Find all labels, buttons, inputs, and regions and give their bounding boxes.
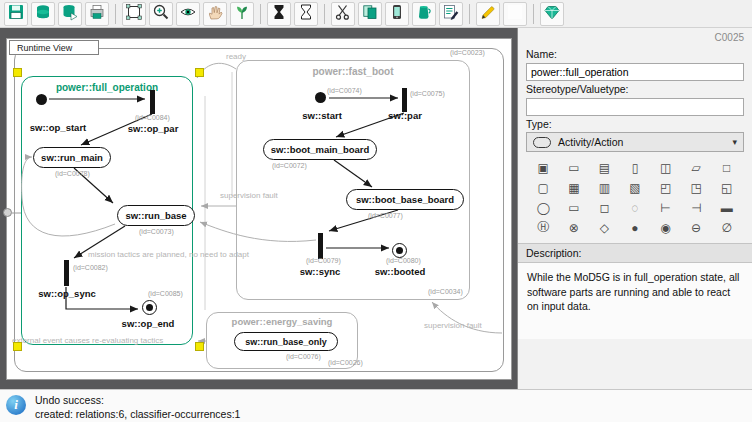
new-diagram-button[interactable] <box>122 2 146 26</box>
palette-item[interactable]: ▧ <box>622 179 649 196</box>
zoom-button[interactable] <box>149 2 173 26</box>
node-label-op-start[interactable]: sw::op_start <box>30 122 86 133</box>
palette-item[interactable]: ▤ <box>591 159 618 176</box>
runtime-view-tab-label: Runtime View <box>17 43 72 53</box>
node-label-par[interactable]: sw::par <box>388 110 422 121</box>
print-database-button[interactable] <box>85 2 109 26</box>
selection-handle-bottom-right[interactable] <box>195 342 204 351</box>
palette-item[interactable]: ∅ <box>713 219 740 236</box>
palette-item[interactable]: Ⓗ <box>530 219 557 236</box>
node-label-start[interactable]: sw::start <box>302 110 342 121</box>
node-label-op-end[interactable]: sw::op_end <box>122 318 175 329</box>
frame-port[interactable] <box>3 208 12 217</box>
node-label-op-par[interactable]: sw::op_par <box>128 123 179 134</box>
stereotype-input[interactable] <box>526 98 744 116</box>
palette-item[interactable]: ⊣ <box>683 199 710 216</box>
paste-button[interactable] <box>385 2 409 26</box>
state-energy-saving-id-label: (id=C0026) <box>328 359 363 366</box>
selection-handle-bottom-left[interactable] <box>13 342 22 351</box>
palette-item[interactable]: ◇ <box>591 219 618 236</box>
palette-item[interactable]: ◌ <box>622 199 649 216</box>
palette-item[interactable]: ▭ <box>561 199 588 216</box>
action-boot-base-board[interactable]: sw::boot_base_board <box>346 189 464 210</box>
print-database-icon <box>88 3 106 25</box>
description-label: Description: <box>518 243 752 263</box>
fill-button[interactable] <box>412 2 436 26</box>
grow-button[interactable] <box>230 2 254 26</box>
annotation-ready[interactable]: ready <box>226 52 246 61</box>
palette-item[interactable]: ▱ <box>683 159 710 176</box>
runtime-view-tab[interactable]: Runtime View <box>9 40 99 55</box>
join-node-sync[interactable] <box>318 233 323 259</box>
action-run-base-only[interactable]: sw::run_base_only <box>234 332 338 351</box>
selection-handle-top-right[interactable] <box>195 68 204 77</box>
node-id-booted: (id=C0080) <box>386 257 421 264</box>
fork-node-par[interactable] <box>402 88 407 112</box>
save-button[interactable] <box>4 2 28 26</box>
palette-item[interactable]: ⊢ <box>652 199 679 216</box>
element-code: C0025 <box>526 32 744 46</box>
annotation-external-event[interactable]: external event causes re-evaluating tact… <box>12 336 163 345</box>
pan-button[interactable] <box>203 2 227 26</box>
report-button[interactable] <box>439 2 463 26</box>
wait-outline-button[interactable] <box>294 2 318 26</box>
node-label-booted[interactable]: sw::booted <box>375 266 426 277</box>
palette-item[interactable]: ⊗ <box>561 219 588 236</box>
palette-item[interactable]: ▬ <box>713 199 740 216</box>
annotation-supervision-fault-bottom[interactable]: supervision fault <box>424 321 482 330</box>
type-dropdown[interactable]: Activity/Action ▾ <box>526 132 744 152</box>
cut-button[interactable] <box>331 2 355 26</box>
palette-item[interactable]: ▣ <box>530 159 557 176</box>
edit-button[interactable] <box>476 2 500 26</box>
join-node-op-sync[interactable] <box>64 260 69 286</box>
description-text[interactable]: While the MoD5G is in full_operation sta… <box>518 263 752 339</box>
database-export-button[interactable] <box>58 2 82 26</box>
palette-item[interactable]: ▭ <box>561 159 588 176</box>
final-node-booted[interactable] <box>392 243 407 258</box>
palette-item[interactable]: ◳ <box>683 179 710 196</box>
annotation-mission-tactics[interactable]: mission tactics are planned, no need to … <box>88 250 249 259</box>
wait-button[interactable] <box>267 2 291 26</box>
palette-item[interactable]: ◱ <box>713 179 740 196</box>
node-id-start: (id=C0074) <box>327 87 362 94</box>
diagram-frame-id-label: (id=C0023) <box>450 49 485 56</box>
node-id-run-base-only: (id=C0076) <box>286 353 321 360</box>
action-run-main[interactable]: sw::run_main <box>33 147 111 168</box>
grow-plant-icon <box>233 3 251 25</box>
toolbar-separator <box>324 4 325 24</box>
edit-pencil-icon <box>479 3 497 25</box>
action-boot-main-board[interactable]: sw::boot_main_board <box>263 139 377 160</box>
node-label-op-sync[interactable]: sw::op_sync <box>38 288 96 299</box>
palette-item[interactable]: ◻ <box>591 199 618 216</box>
palette-item[interactable]: □ <box>713 159 740 176</box>
type-palette: ▣ ▭ ▤ ▯ ◫ ▱ □ ▢ ▦ ▥ ▧ ◰ ◳ ◱ ◯ ▭ ◻ ◌ ⊢ ⊣ … <box>526 152 744 241</box>
palette-item[interactable]: ▢ <box>530 179 557 196</box>
node-id-op-end: (id=C0085) <box>148 290 183 297</box>
initial-node-start[interactable] <box>315 92 326 103</box>
palette-item[interactable]: ▥ <box>591 179 618 196</box>
node-label-sync[interactable]: sw::sync <box>300 266 341 277</box>
palette-item[interactable]: ◯ <box>530 199 557 216</box>
fork-node-op-par[interactable] <box>150 90 155 114</box>
copy-button[interactable] <box>358 2 382 26</box>
palette-item[interactable]: ◫ <box>652 159 679 176</box>
palette-item[interactable]: ● <box>622 219 649 236</box>
selection-handle-top-left[interactable] <box>13 68 22 77</box>
palette-item[interactable]: ◰ <box>652 179 679 196</box>
initial-node-op-start[interactable] <box>36 94 47 105</box>
database-button[interactable] <box>31 2 55 26</box>
blank-tool-button[interactable] <box>503 2 527 26</box>
name-input[interactable] <box>526 63 744 81</box>
final-node-op-end[interactable] <box>142 300 157 315</box>
palette-item[interactable]: ▦ <box>561 179 588 196</box>
annotation-supervision-fault-mid[interactable]: supervision fault <box>220 191 278 200</box>
palette-item[interactable]: ⊖ <box>683 219 710 236</box>
fill-jug-icon <box>415 3 433 25</box>
hourglass-filled-icon <box>270 3 288 25</box>
gem-button[interactable] <box>540 2 564 26</box>
action-run-base[interactable]: sw::run_base <box>117 205 195 226</box>
view-button[interactable] <box>176 2 200 26</box>
hourglass-empty-icon <box>297 3 315 25</box>
palette-item[interactable]: ◉ <box>652 219 679 236</box>
palette-item[interactable]: ▯ <box>622 159 649 176</box>
